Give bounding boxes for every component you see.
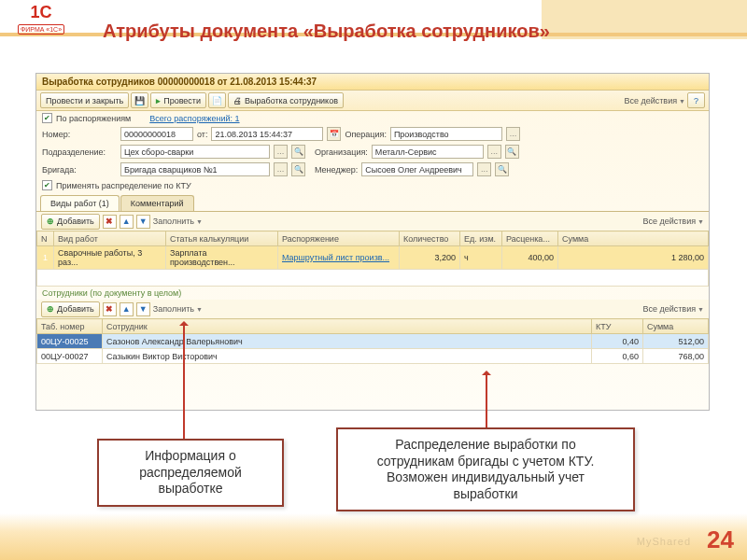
app-window: Выработка сотрудников 00000000018 от 21.… [35, 73, 710, 411]
col-article[interactable]: Статья калькуляции [166, 231, 278, 246]
callout-1: Информация о распределяемой выработке [97, 439, 284, 507]
col-tabnum[interactable]: Таб. номер [37, 319, 103, 334]
brigade-label: Бригада: [42, 165, 117, 175]
col-empname[interactable]: Сотрудник [103, 319, 592, 334]
date-from-label: от: [197, 130, 207, 139]
col-rate[interactable]: Расценка... [502, 231, 558, 246]
works-table: N Вид работ Статья калькуляции Распоряже… [36, 231, 709, 270]
dept-open-icon[interactable]: 🔍 [291, 145, 305, 159]
order-link[interactable]: Маршрутный лист произв... [282, 253, 389, 262]
number-label: Номер: [42, 130, 117, 139]
brand-logo: 1C ФИРМА «1С» [13, 6, 69, 35]
fill-menu[interactable]: Заполнить▼ [153, 217, 203, 226]
brigade-field[interactable]: Бригада сварщиков №1 [120, 162, 270, 176]
emp-down-icon[interactable]: ▼ [136, 302, 150, 316]
move-up-icon[interactable]: ▲ [120, 215, 134, 229]
delete-row-icon[interactable]: ✖ [103, 215, 117, 229]
add-emp-button[interactable]: ⊕Добавить [41, 301, 100, 317]
ktu-label: Применять распределение по КТУ [56, 181, 191, 190]
number-field[interactable]: 00000000018 [120, 127, 193, 141]
org-select-icon[interactable]: … [487, 145, 501, 159]
works-toolbar: ⊕Добавить ✖ ▲ ▼ Заполнить▼ Все действия▼ [36, 212, 709, 231]
print-form-button[interactable]: 🖨 Выработка сотрудников [228, 92, 344, 108]
department-field[interactable]: Цех сборо-сварки [120, 145, 270, 159]
by-orders-label: По распоряжениям [56, 114, 131, 123]
employees-section-title: Сотрудники (по документу в целом) [36, 287, 709, 300]
save-icon[interactable]: 💾 [131, 92, 148, 108]
help-icon[interactable]: ? [687, 92, 705, 108]
emp-fill-menu[interactable]: Заполнить▼ [153, 304, 203, 314]
col-unit[interactable]: Ед. изм. [460, 231, 502, 246]
operation-label: Операция: [345, 130, 386, 139]
post-button[interactable]: ▸Провести [150, 92, 206, 108]
tab-comment[interactable]: Комментарий [120, 195, 194, 211]
organization-label: Организация: [315, 147, 368, 157]
col-order[interactable]: Распоряжение [278, 231, 400, 246]
tabs: Виды работ (1) Комментарий [36, 195, 709, 212]
col-n[interactable]: N [37, 231, 54, 246]
arrow-2 [486, 371, 487, 427]
employees-toolbar: ⊕Добавить ✖ ▲ ▼ Заполнить▼ Все действия▼ [36, 300, 709, 318]
add-work-button[interactable]: ⊕Добавить [41, 214, 100, 230]
emp-delete-icon[interactable]: ✖ [103, 302, 117, 316]
col-sum[interactable]: Сумма [558, 231, 709, 246]
emp-up-icon[interactable]: ▲ [120, 302, 134, 316]
org-open-icon[interactable]: 🔍 [505, 145, 519, 159]
date-picker-icon[interactable]: 📅 [327, 127, 341, 141]
ktu-checkbox[interactable]: ✔ [42, 180, 52, 190]
brigade-select-icon[interactable]: … [274, 162, 288, 176]
arrow-1 [183, 322, 185, 439]
col-empsum[interactable]: Сумма [643, 319, 709, 334]
manager-label: Менеджер: [315, 165, 358, 175]
manager-select-icon[interactable]: … [477, 162, 491, 176]
works-all-actions[interactable]: Все действия▼ [642, 217, 704, 226]
slide-number: 24 [707, 525, 734, 554]
operation-select-icon[interactable]: … [506, 127, 520, 141]
move-down-icon[interactable]: ▼ [136, 215, 150, 229]
logo-text: 1C [13, 6, 69, 19]
dept-select-icon[interactable]: … [274, 145, 288, 159]
manager-open-icon[interactable]: 🔍 [495, 162, 509, 176]
col-kind[interactable]: Вид работ [54, 231, 166, 246]
tab-works[interactable]: Виды работ (1) [40, 195, 120, 211]
col-qty[interactable]: Количество [400, 231, 460, 246]
watermark: MyShared [637, 536, 691, 547]
col-ktu[interactable]: КТУ [592, 319, 643, 334]
table-row[interactable]: 1 Сварочные работы, 3 раз... Зарплата пр… [37, 246, 709, 270]
emp-all-actions[interactable]: Все действия▼ [642, 304, 704, 314]
window-title: Выработка сотрудников 00000000018 от 21.… [36, 74, 709, 91]
brigade-open-icon[interactable]: 🔍 [291, 162, 305, 176]
employees-table: Таб. номер Сотрудник КТУ Сумма 00ЦУ-0002… [36, 318, 709, 364]
all-actions-menu[interactable]: Все действия▼ [624, 96, 685, 105]
table-row[interactable]: 00ЦУ-00025 Сазонов Александр Валерьянови… [37, 334, 709, 349]
organization-field[interactable]: Металл-Сервис [372, 145, 484, 159]
callout-2: Распределение выработки по сотрудникам б… [336, 427, 635, 511]
slide-title: Атрибуты документа «Выработка сотруднико… [103, 21, 550, 42]
orders-count-link[interactable]: Всего распоряжений: 1 [149, 114, 239, 123]
by-orders-checkbox[interactable]: ✔ [42, 113, 52, 123]
manager-field[interactable]: Сысоев Олег Андреевич [361, 162, 473, 176]
main-toolbar: Провести и закрыть 💾 ▸Провести 📄 🖨 Выраб… [36, 91, 709, 111]
logo-sub: ФИРМА «1С» [18, 24, 64, 35]
post-and-close-button[interactable]: Провести и закрыть [40, 92, 129, 108]
table-row[interactable]: 00ЦУ-00027 Сазыкин Виктор Викторович 0,6… [37, 349, 709, 364]
date-field[interactable]: 21.08.2013 15:44:37 [211, 127, 323, 141]
operation-field[interactable]: Производство [390, 127, 502, 141]
report-icon[interactable]: 📄 [208, 92, 226, 108]
department-label: Подразделение: [42, 147, 117, 157]
